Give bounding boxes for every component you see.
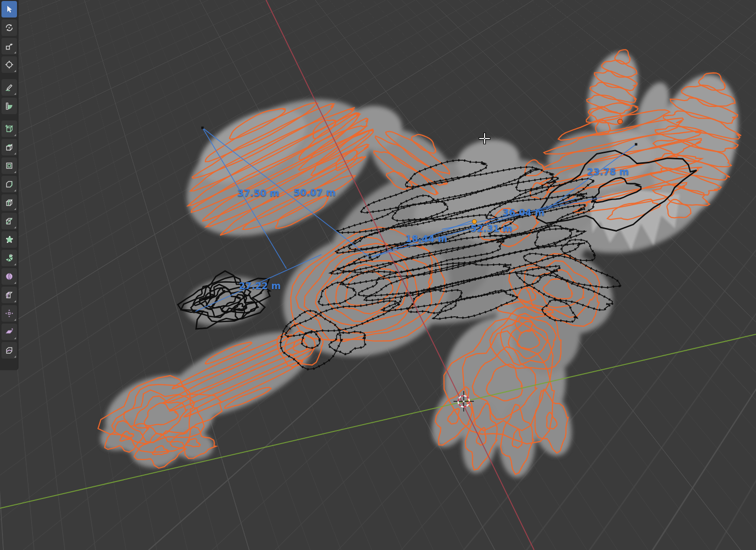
tool-group-indicator xyxy=(14,189,16,191)
extrude-icon xyxy=(4,142,14,152)
measurement-label[interactable]: 36.04 m xyxy=(503,207,545,218)
tool-loop-cut[interactable] xyxy=(1,194,17,211)
tool-poly-build[interactable] xyxy=(1,231,17,248)
transform-icon xyxy=(4,60,14,69)
add-cube-icon xyxy=(4,124,14,134)
toolbar xyxy=(0,0,18,370)
measure-icon xyxy=(4,101,14,111)
select-box-icon xyxy=(4,4,14,14)
tool-transform[interactable] xyxy=(1,56,17,73)
tool-inset-faces[interactable] xyxy=(1,157,17,174)
shear-icon xyxy=(4,327,14,337)
poly-build-icon xyxy=(4,235,14,244)
tool-group-indicator xyxy=(14,93,16,95)
knife-icon xyxy=(4,216,14,226)
tool-group-indicator xyxy=(14,300,16,302)
shrink-fatten-icon xyxy=(4,309,14,318)
ruler-endpoint-marker[interactable] xyxy=(369,257,371,259)
tool-select-box[interactable] xyxy=(1,1,17,17)
tool-extrude-region[interactable] xyxy=(1,139,17,155)
ruler-endpoint-marker[interactable] xyxy=(202,127,204,129)
tool-group-indicator xyxy=(14,153,16,155)
scene-canvas xyxy=(0,0,756,550)
measurement-label[interactable]: 37.50 m xyxy=(237,188,280,198)
tool-shear[interactable] xyxy=(1,324,17,340)
edge-slide-icon xyxy=(4,290,14,300)
ruler-endpoint-marker[interactable] xyxy=(635,143,638,146)
tool-scale[interactable] xyxy=(1,38,17,54)
ruler-endpoint-marker[interactable] xyxy=(193,311,196,313)
measurement-label[interactable]: 23.78 m xyxy=(587,166,629,177)
measurement-label[interactable]: 27.22 m xyxy=(239,280,281,291)
tool-smooth[interactable] xyxy=(1,268,17,285)
annotate-icon xyxy=(4,83,14,92)
tool-knife[interactable] xyxy=(1,213,17,229)
tool-group-indicator xyxy=(14,171,16,173)
viewport[interactable]: 37.50 m50.07 m27.22 m18.44 m52.31 m36.04… xyxy=(0,0,756,550)
rip-region-icon xyxy=(4,345,14,355)
measurement-label[interactable]: 52.31 m xyxy=(470,223,513,234)
tool-spin[interactable] xyxy=(1,250,17,266)
smooth-icon xyxy=(4,272,14,281)
tool-edge-slide[interactable] xyxy=(1,287,17,303)
tool-group-indicator xyxy=(14,226,16,228)
inset-icon xyxy=(4,161,14,171)
tool-group-indicator xyxy=(14,319,16,321)
tool-annotate[interactable] xyxy=(1,79,17,96)
tool-add-cube[interactable] xyxy=(1,120,17,137)
tool-group-indicator xyxy=(14,263,16,265)
tool-group-indicator xyxy=(14,134,16,136)
tool-bevel[interactable] xyxy=(1,176,17,192)
measurement-label[interactable]: 50.07 m xyxy=(294,187,336,198)
measurement-label[interactable]: 18.44 m xyxy=(405,233,448,244)
tool-shrink-fatten[interactable] xyxy=(1,305,17,322)
selected-control-point[interactable] xyxy=(618,119,622,124)
tool-rip-region[interactable] xyxy=(1,342,17,359)
loop-cut-icon xyxy=(4,198,14,207)
tool-measure[interactable] xyxy=(1,98,17,114)
scale-icon xyxy=(4,41,14,51)
tool-group-indicator xyxy=(14,70,16,72)
tool-group-indicator xyxy=(14,52,16,53)
bevel-icon xyxy=(4,179,14,189)
spin-icon xyxy=(4,253,14,263)
rotate-icon xyxy=(4,23,14,33)
tool-group-indicator xyxy=(14,282,16,284)
tool-rotate[interactable] xyxy=(1,19,17,36)
tool-group-indicator xyxy=(14,356,16,358)
tool-group-indicator xyxy=(14,337,16,339)
tool-group-indicator xyxy=(14,208,16,210)
